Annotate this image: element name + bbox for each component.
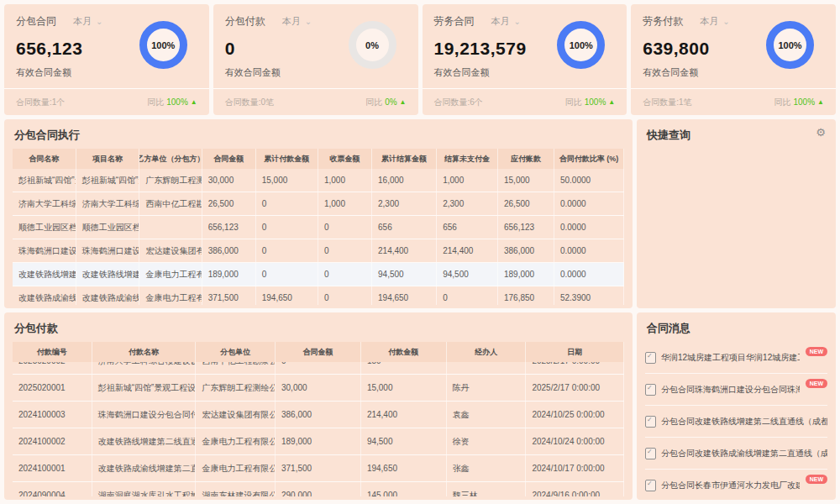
contract-count: 合同数量:1笔 xyxy=(643,97,691,108)
exec-table-header: 合同名称项目名称乙方单位（分包方）合同金额累计付款金额收票金额累计结算金额结算未… xyxy=(13,149,624,169)
column-header: 累计付款金额 xyxy=(256,149,318,169)
table-cell: 150 xyxy=(361,362,447,374)
table-cell: 改建铁路成渝线增建第二直通 xyxy=(13,286,76,305)
table-cell xyxy=(139,216,202,239)
table-cell: 珠海鹤洲口建设分包合同 xyxy=(13,239,76,262)
message-item[interactable]: 华润12城房建工程项目华润12城房建工程项目分包合同李朝NEW xyxy=(645,342,827,374)
kpi-card-labor-contract: 劳务合同 本月⌄ 19,213,579 有效合同金额 100% 合同数量:6个 … xyxy=(423,4,627,115)
table-row[interactable]: 珠海鹤洲口建设分包合同珠海鹤洲口建设宏达建设集团有限公司386,00000214… xyxy=(13,239,624,263)
table-cell: 2024100003 xyxy=(13,402,92,428)
table-cell: 金康电力工程有限公司 xyxy=(139,263,202,286)
table-cell: 0.0000 xyxy=(554,239,624,262)
period-dropdown[interactable]: 本月⌄ xyxy=(73,15,102,28)
table-cell: 1,000 xyxy=(318,169,372,192)
column-header: 应付账款 xyxy=(498,149,554,169)
table-cell: 金康电力工程有限公司 xyxy=(196,455,276,481)
card-title: 劳务合同 xyxy=(434,14,475,29)
message-item[interactable]: 分包合同长春市伊通河水力发电厂改建工程分包合同长春市伊通河水力发电厂改建工程刘建… xyxy=(645,470,827,500)
table-row[interactable]: 济南大学工科综合楼建设设计济南大学工科综合楼建设设计西南中亿工程勘察公司26,5… xyxy=(13,192,624,216)
column-header: 项目名称 xyxy=(76,149,140,169)
subcontract-execution-panel: 分包合同执行 合同名称项目名称乙方单位（分包方）合同金额累计付款金额收票金额累计… xyxy=(4,119,633,308)
table-row[interactable]: 顺德工业园区档案管理精装饰顺德工业园区档案管理精装饰656,1230065665… xyxy=(13,216,624,239)
gauge-ring: 100% xyxy=(557,21,605,69)
table-cell: 15,000 xyxy=(256,169,318,192)
table-cell: 656 xyxy=(372,216,437,239)
message-item[interactable]: 分包合同珠海鹤洲口建设分包合同珠海鹤洲口建设林康平NEW xyxy=(645,374,827,406)
payment-table-header: 付款编号付款名称分包单位合同金额付款金额经办人日期 xyxy=(13,342,624,362)
message-text: 分包合同改建铁路成渝线增建第二直通线（成渝枢纽）电力线路迁改工程分包合同改建铁路… xyxy=(661,448,827,459)
table-cell: 2024100002 xyxy=(13,428,92,454)
table-cell: 济南大学工科综合楼建设设计 xyxy=(76,192,140,215)
table-cell: 2,300 xyxy=(372,192,437,215)
table-cell: 194,650 xyxy=(361,455,447,481)
table-row[interactable]: 2024100002改建铁路线增建第二线直通线（成都-西安金康电力工程有限公司1… xyxy=(13,428,624,455)
kpi-card-subcontract-contract: 分包合同 本月⌄ 656,123 有效合同金额 100% 合同数量:1个 同比1… xyxy=(4,4,209,115)
message-icon xyxy=(645,480,656,491)
table-cell: 袁鑫 xyxy=(447,402,527,428)
arrow-up-icon: ▲ xyxy=(191,98,197,106)
message-item[interactable]: 分包合同改建铁路成渝线增建第二直通线（成渝枢纽）电力线路迁改工程分包合同改建铁路… xyxy=(645,438,827,470)
table-cell: 0.0000 xyxy=(554,192,624,215)
arrow-up-icon: ▲ xyxy=(817,98,824,106)
table-cell: 0 xyxy=(318,286,372,305)
table-cell: 189,000 xyxy=(498,263,554,286)
table-cell: 145,000 xyxy=(361,482,447,496)
panel-title: 分包合同执行 xyxy=(13,126,624,149)
new-badge: NEW xyxy=(806,379,827,388)
period-dropdown[interactable]: 本月⌄ xyxy=(700,15,729,28)
table-cell: 顺德工业园区档案管理精装饰 xyxy=(13,216,76,239)
table-cell: 改建铁路线增建第二线直通线（成都-西安 xyxy=(92,428,197,454)
table-row[interactable]: 2024090004湖南洞庭湖水库引水工程施工标分包合同湖南东林建设有限公司29… xyxy=(13,482,624,496)
table-cell: 386,000 xyxy=(498,239,554,262)
table-cell: 2024090004 xyxy=(13,482,92,496)
yoy-indicator: 同比0%▲ xyxy=(365,97,406,108)
table-row[interactable]: 改建铁路成渝线增建第二直通改建铁路成渝线增建第二直通金康电力工程有限公司371,… xyxy=(13,286,624,305)
table-cell: 金康电力工程有限公司 xyxy=(196,428,276,454)
table-cell: 0.0000 xyxy=(554,263,624,286)
dashboard-page: 分包合同 本月⌄ 656,123 有效合同金额 100% 合同数量:1个 同比1… xyxy=(0,0,840,504)
period-dropdown[interactable]: 本月⌄ xyxy=(491,15,521,28)
table-cell: 广东辉朗工程测绘公司 xyxy=(139,169,202,192)
yoy-indicator: 同比100%▲ xyxy=(565,97,616,108)
table-cell: 214,400 xyxy=(361,402,447,428)
table-cell: 656,123 xyxy=(498,216,554,239)
table-cell: 2024/10/24 0:00:00 xyxy=(526,428,623,454)
table-cell: 16,000 xyxy=(372,169,437,192)
table-cell: 徐资 xyxy=(447,428,527,454)
column-header: 合同付款比率 (%) xyxy=(554,149,624,169)
table-cell: 0.0000 xyxy=(554,216,624,239)
period-dropdown[interactable]: 本月⌄ xyxy=(282,15,312,28)
contract-count: 合同数量:6个 xyxy=(434,97,483,108)
table-row[interactable]: 彭祖新城“四馆”景观工程设计彭祖新城“四馆”景观工程设计广东辉朗工程测绘公司30… xyxy=(13,169,624,192)
exec-table-body: 彭祖新城“四馆”景观工程设计彭祖新城“四馆”景观工程设计广东辉朗工程测绘公司30… xyxy=(13,169,624,305)
table-cell: 济南大学工科综合楼建设设计项目分包付款 xyxy=(92,362,197,374)
table-row[interactable]: 2024100003珠海鹤洲口建设分包合同付款宏达建设集团有限公司386,000… xyxy=(13,402,624,428)
yoy-indicator: 同比100%▲ xyxy=(147,97,197,108)
table-cell: 宏达建设集团有限公司 xyxy=(196,402,276,428)
kpi-card-row: 分包合同 本月⌄ 656,123 有效合同金额 100% 合同数量:1个 同比1… xyxy=(4,4,836,115)
table-row[interactable]: 2024100001改建铁路成渝线增建第二直通线（成渝枢纽金康电力工程有限公司3… xyxy=(13,455,624,482)
table-cell: 金康电力工程有限公司 xyxy=(139,286,202,305)
table-row[interactable]: 2025020001彭祖新城“四馆”景观工程设计项目分包付款广东辉朗工程测绘公司… xyxy=(13,375,624,402)
table-cell: 656 xyxy=(437,216,498,239)
gear-icon[interactable]: ⚙ xyxy=(816,127,826,138)
gauge-ring: 0% xyxy=(349,21,396,69)
table-cell: 湖南东林建设有限公司 xyxy=(196,482,276,496)
table-cell: 珠海鹤洲口建设 xyxy=(76,239,140,262)
table-cell xyxy=(447,362,527,374)
table-cell: 189,000 xyxy=(276,428,361,454)
table-cell: 2025020001 xyxy=(13,375,92,401)
table-cell: 0 xyxy=(437,286,498,305)
table-cell: 214,400 xyxy=(437,239,498,262)
table-cell: 张鑫 xyxy=(447,455,527,481)
table-cell: 15,000 xyxy=(498,169,554,192)
column-header: 经办人 xyxy=(447,342,527,362)
table-cell: 26,500 xyxy=(498,192,554,215)
table-cell: 52.3900 xyxy=(554,286,624,305)
message-item[interactable]: 分包合同改建铁路线增建第二线直通线（成都-西安）电力线路迁改工程分包合同改建铁路… xyxy=(645,406,827,438)
table-cell: 30,000 xyxy=(202,169,256,192)
yoy-indicator: 同比100%▲ xyxy=(774,97,825,108)
table-row[interactable]: 改建铁路线增建第二线直通线改建铁路线增建第二线直通线金康电力工程有限公司189,… xyxy=(13,263,624,286)
table-row[interactable]: 2025020002济南大学工科综合楼建设设计项目分包付款西南中亿工程勘察公司0… xyxy=(13,362,624,375)
message-icon xyxy=(645,416,656,428)
